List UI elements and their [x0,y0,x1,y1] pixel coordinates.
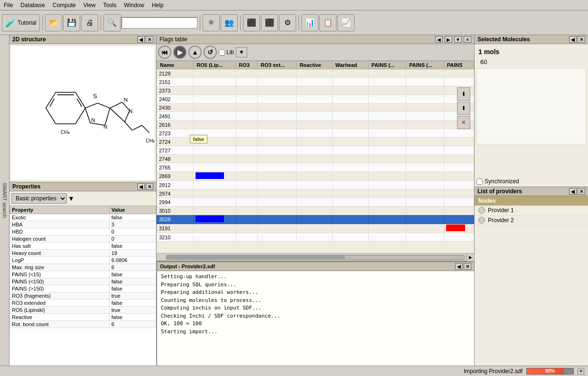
open-btn[interactable]: 📂 [45,14,62,31]
table-row: 2912 [157,181,474,189]
mol-delete-btn[interactable]: ✕ [457,116,470,129]
svg-text:S: S [93,93,97,100]
tool7-btn[interactable]: 📋 [319,14,336,31]
flags-lib-dropdown[interactable]: ▼ [236,47,247,57]
table-row: LogP6.0806 [10,257,156,264]
warhead-tooltip: false [190,135,207,143]
table-row: 2974 [157,189,474,198]
flags-lib-checkbox[interactable] [219,49,225,56]
sync-label: Synchronized [485,178,519,185]
sel-mol-minimize[interactable]: ◀ [569,36,577,43]
svg-line-4 [85,103,98,108]
flags-reload-btn[interactable]: ↺ [204,46,217,59]
output-close[interactable]: ✕ [464,263,471,270]
output-header: Output - Provider2.sdf ◀ ✕ [157,262,474,271]
list-prov-minimize[interactable]: ◀ [569,188,577,195]
search-btn[interactable]: 🔍 [103,14,121,31]
flags-close[interactable]: ✕ [464,36,471,43]
flags-nav-prev[interactable]: ◀ [435,36,443,43]
svg-line-17 [132,125,142,130]
table-row: 2430 [157,103,474,112]
list-providers-title: List of providers [477,188,522,195]
table-row: 2765 [157,163,474,172]
2d-structure-close[interactable]: ✕ [146,36,153,43]
svg-line-7 [85,108,90,123]
mol-upload-btn[interactable]: ⬆ [457,102,470,115]
properties-minimize[interactable]: ◀ [137,183,145,190]
search-input[interactable] [121,17,197,28]
statusbar: Importing Provider2.sdf 80% ✕ [0,366,588,376]
table-row: Has saltfalse [10,243,156,250]
selected-mol-count: 1 mols [476,46,586,57]
2d-structure-minimize[interactable]: ◀ [137,36,145,43]
output-text: Setting-up handler...Preparing SQL queri… [157,271,474,366]
sync-checkbox[interactable] [476,179,483,185]
tool5-btn[interactable]: ⚙ [279,14,296,31]
properties-dropdown-arrow[interactable]: ▼ [68,195,75,202]
tool6-btn[interactable]: 📊 [301,14,318,31]
selected-mol-title: Selected Molecules [477,36,530,43]
properties-panel: Properties ◀ ✕ Basic properties ▼ Proper… [9,182,156,366]
sel-mol-close[interactable]: ✕ [578,36,585,43]
tool8-btn[interactable]: 📈 [337,14,355,31]
toolbar: 🧪 Tutorial 📂 💾 🖨 🔍 ⚛ 👥 ⬛ ⬛ ⚙ 📊 📋 📈 [0,10,588,35]
2d-structure-panel: 2D structure ◀ ✕ [9,35,156,182]
menu-window[interactable]: Window [120,1,148,9]
menu-help[interactable]: Help [148,1,168,9]
col-ro3ext: RO3 ext... [258,61,297,69]
flags-play-btn[interactable]: ▶ [173,46,187,59]
properties-controls: ◀ ✕ [137,183,153,190]
table-row: PAINS (<150)false [10,278,156,285]
properties-title: Properties [12,183,40,190]
blue-bar [196,172,224,179]
tool4-btn[interactable]: ⬛ [261,14,278,31]
tool1-btn[interactable]: ⚛ [203,14,220,31]
flags-first-btn[interactable]: ⏮ [158,46,171,59]
nodes-label: Nodes [478,197,496,204]
tool2-btn[interactable]: 👥 [221,14,238,31]
flags-menu[interactable]: ▼ [454,36,462,43]
flags-table-wrapper[interactable]: Name RO5 (Lip... RO3 RO3 ext... Reactive… [157,61,474,253]
output-minimize[interactable]: ◀ [455,263,463,270]
flags-nav-next[interactable]: ▶ [445,36,452,43]
list-prov-close[interactable]: ✕ [578,188,585,195]
menu-tools[interactable]: Tools [99,1,120,9]
output-panel: Output - Provider2.sdf ◀ ✕ Setting-up ha… [157,261,474,366]
providers-list: Provider 1Provider 2 [475,206,588,226]
print-btn[interactable]: 🖨 [81,14,98,31]
menu-database[interactable]: Database [17,1,48,9]
table-row: 2727 [157,146,474,155]
properties-close[interactable]: ✕ [146,183,153,190]
flags-up-btn[interactable]: ▲ [188,46,202,59]
flags-hscrollbar[interactable]: ▶ [157,253,474,261]
table-row: 2994 [157,198,474,207]
statusbar-close-btn[interactable]: ✕ [578,368,584,375]
nodes-header: Nodes [475,196,588,206]
table-row: Heavy count19 [10,250,156,257]
sel-mol-action-btns: ⬇ ⬆ ✕ [457,87,470,129]
save-btn[interactable]: 💾 [63,14,80,31]
properties-dropdown[interactable]: Basic properties [11,193,67,204]
list-item[interactable]: Provider 1 [475,206,588,216]
col-ro3: RO3 [236,61,258,69]
list-item[interactable]: Provider 2 [475,216,588,226]
mol-download-btn[interactable]: ⬇ [457,87,470,101]
properties-table: Property Value ExoticfalseHBA3HBD0Haloge… [9,206,156,366]
hscroll-track[interactable] [166,255,465,260]
smart-search-panel[interactable]: SMART search [0,35,9,366]
hscroll-right[interactable]: ▶ [467,254,474,261]
svg-text:N: N [103,124,107,130]
red-bar [446,225,465,231]
2d-structure-title: 2D structure [12,36,46,43]
tutorial-icon[interactable]: 🧪 Tutorial [2,14,40,31]
selected-molecules-panel: Selected Molecules ◀ ✕ 1 mols 60 ⬇ ⬆ ✕ S… [475,35,588,187]
menu-file[interactable]: File [0,1,17,9]
output-line: Setting-up handler... [161,273,470,281]
menu-compute[interactable]: Compute [49,1,80,9]
menu-view[interactable]: View [79,1,99,9]
tool3-btn[interactable]: ⬛ [243,14,260,31]
table-row: RO5 (Lipinski)true [10,307,156,314]
table-row: HBD0 [10,228,156,235]
hscroll-thumb[interactable] [167,255,345,259]
list-providers-controls: ◀ ✕ [569,188,585,195]
